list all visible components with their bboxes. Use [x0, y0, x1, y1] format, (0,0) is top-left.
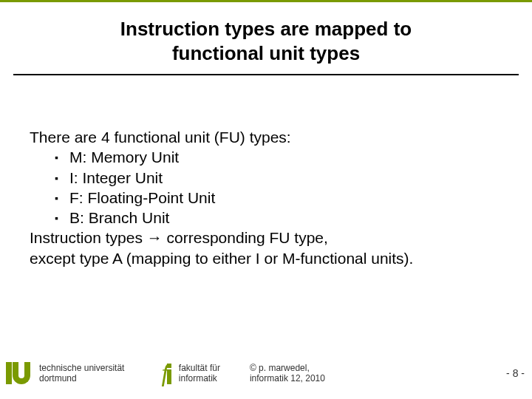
outro-line-2: except type A (mapping to either I or M-…	[30, 248, 502, 268]
tu-logo-icon	[6, 362, 30, 384]
slide-header: Instruction types are mapped to function…	[0, 0, 532, 74]
title-line-2: functional unit types	[172, 42, 360, 64]
slide-footer: technische universität dortmund f fakult…	[0, 355, 532, 392]
title-line-1: Instruction types are mapped to	[120, 18, 412, 40]
copy-line-2: informatik 12, 2010	[250, 373, 325, 383]
slide-title: Instruction types are mapped to function…	[30, 17, 502, 65]
faculty-name: fakultät für informatik	[179, 363, 220, 384]
fac-line-1: fakultät für	[179, 363, 220, 373]
uni-line-1: technische universität	[39, 363, 124, 373]
fu-type-list: M: Memory Unit I: Integer Unit F: Floati…	[30, 147, 502, 228]
copyright-text: © p. marwedel, informatik 12, 2010	[250, 363, 325, 384]
intro-text: There are 4 functional unit (FU) types:	[30, 127, 502, 147]
list-item: M: Memory Unit	[58, 147, 502, 167]
fi-logo-icon: f	[161, 362, 171, 385]
list-item: I: Integer Unit	[58, 168, 502, 188]
outro-line-1: Instruction types → corresponding FU typ…	[30, 228, 502, 248]
uni-line-2: dortmund	[39, 373, 124, 383]
university-name: technische universität dortmund	[39, 363, 124, 384]
list-item: F: Floating-Point Unit	[58, 188, 502, 208]
page-number: - 8 -	[506, 367, 525, 379]
list-item: B: Branch Unit	[58, 208, 502, 228]
fac-line-2: informatik	[179, 373, 220, 383]
copy-line-1: © p. marwedel,	[250, 363, 325, 373]
slide-body: There are 4 functional unit (FU) types: …	[0, 75, 532, 268]
